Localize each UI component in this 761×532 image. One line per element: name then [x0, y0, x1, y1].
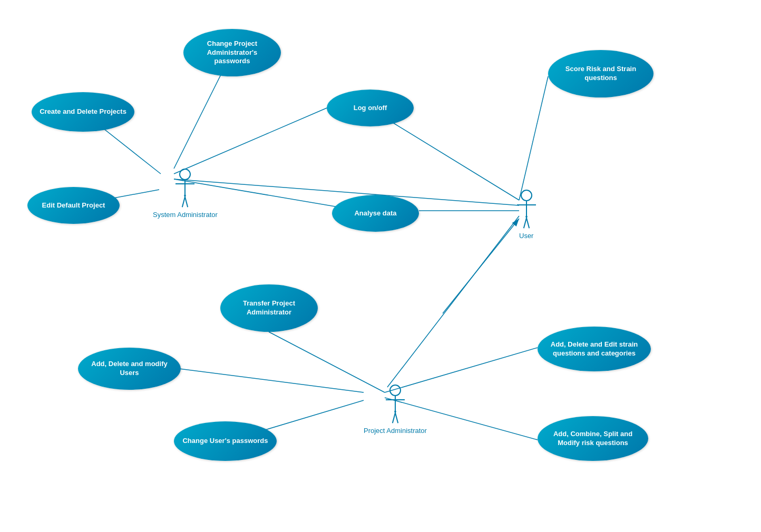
actor-legs	[184, 195, 186, 208]
svg-line-8	[519, 76, 548, 200]
actor-arms	[175, 183, 194, 184]
actor-body	[526, 201, 527, 216]
use-case-transfer-project-admin: Transfer Project Administrator	[220, 284, 318, 332]
actor-legs	[525, 216, 528, 229]
actor-arms	[517, 204, 536, 205]
actor-system-admin: System Administrator	[153, 169, 218, 219]
diagram-container: Change Project Administrator's passwords…	[0, 0, 761, 532]
use-case-log-on-off: Log on/off	[327, 90, 414, 126]
actor-project-admin: Project Administrator	[364, 385, 427, 435]
use-case-score-risk: Score Risk and Strain questions	[548, 50, 653, 97]
svg-line-16	[443, 219, 519, 313]
actor-head	[389, 385, 401, 396]
actor-legs	[394, 411, 396, 423]
use-case-create-delete-projects: Create and Delete Projects	[32, 92, 134, 132]
actor-head	[179, 169, 191, 180]
svg-line-11	[269, 332, 385, 392]
actor-label: Project Administrator	[364, 427, 427, 435]
svg-line-12	[179, 369, 364, 392]
use-case-add-delete-edit-strain: Add, Delete and Edit strain questions an…	[538, 327, 651, 371]
actor-arms	[386, 399, 405, 400]
actor-figure	[389, 385, 401, 423]
svg-line-10	[387, 216, 519, 387]
use-case-add-delete-modify-users: Add, Delete and modify Users	[78, 348, 181, 390]
use-case-change-user-passwords: Change User's passwords	[174, 421, 277, 461]
use-case-change-passwords: Change Project Administrator's passwords	[183, 29, 281, 76]
use-case-analyse-data: Analyse data	[332, 195, 419, 232]
actor-label: User	[519, 232, 533, 240]
actor-body	[395, 396, 396, 411]
use-case-add-combine-split-modify: Add, Combine, Split and Modify risk ques…	[538, 416, 648, 461]
actor-figure	[179, 169, 191, 208]
use-case-edit-default-project: Edit Default Project	[27, 187, 120, 224]
actor-label: System Administrator	[153, 211, 218, 219]
actor-user: User	[519, 190, 533, 240]
actor-figure	[521, 190, 532, 229]
svg-line-4	[174, 108, 327, 174]
actor-head	[521, 190, 532, 201]
actor-body	[184, 180, 186, 195]
